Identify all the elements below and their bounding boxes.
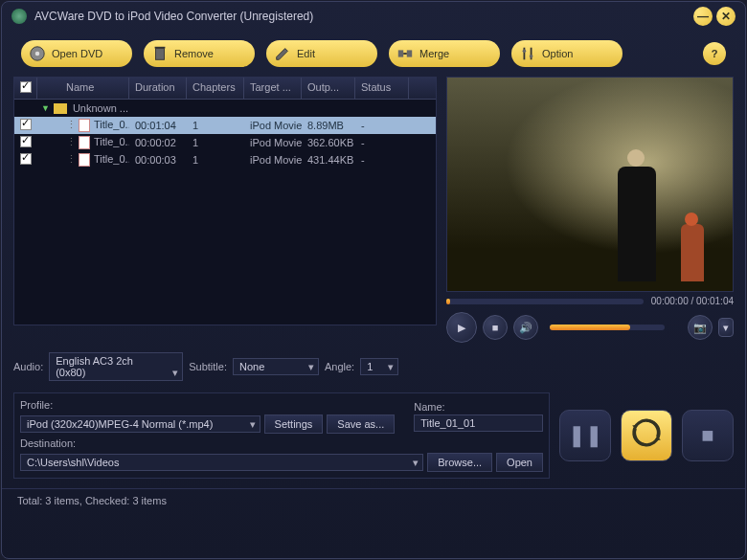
- row-chapters: 1: [187, 152, 244, 168]
- seek-slider[interactable]: [446, 299, 644, 304]
- row-status: -: [355, 118, 409, 133]
- profile-dropdown[interactable]: iPod (320x240)MPEG-4 Normal (*.mp4): [20, 415, 260, 433]
- window-title: AVCWare DVD to iPod Video Converter (Unr…: [34, 10, 690, 23]
- settings-button[interactable]: Settings: [264, 414, 324, 434]
- browse-button[interactable]: Browse...: [427, 453, 492, 472]
- edit-icon: [274, 45, 291, 62]
- audio-dropdown[interactable]: English AC3 2ch (0x80): [49, 352, 183, 381]
- row-output: 362.60KB: [302, 135, 355, 150]
- time-display: 00:00:00 / 00:01:04: [651, 296, 734, 306]
- audio-label: Audio:: [13, 361, 43, 372]
- group-label: Unknown ...: [73, 102, 128, 114]
- row-output: 431.44KB: [302, 152, 355, 168]
- app-logo: [11, 9, 27, 24]
- header-status[interactable]: Status: [355, 78, 409, 99]
- merge-label: Merge: [419, 48, 449, 59]
- saveas-button[interactable]: Save as...: [327, 414, 395, 434]
- svg-point-9: [530, 55, 533, 58]
- pause-button[interactable]: ❚❚: [559, 410, 611, 461]
- row-duration: 00:00:03: [129, 152, 187, 168]
- open-dvd-label: Open DVD: [52, 48, 102, 59]
- row-chapters: 1: [187, 135, 244, 150]
- file-list-panel: Name Duration Chapters Target ... Outp..…: [13, 77, 437, 325]
- file-icon: [79, 153, 90, 167]
- destination-label: Destination:: [20, 437, 543, 449]
- file-icon: [79, 119, 90, 132]
- merge-icon: [396, 45, 414, 62]
- remove-button[interactable]: Remove: [144, 40, 255, 67]
- status-bar: Total: 3 items, Checked: 3 items: [2, 488, 745, 512]
- edit-label: Edit: [297, 48, 315, 59]
- help-button[interactable]: ?: [703, 42, 726, 65]
- edit-button[interactable]: Edit: [266, 40, 377, 67]
- destination-dropdown[interactable]: C:\Users\shl\Videos: [20, 454, 423, 471]
- header-name[interactable]: Name: [37, 78, 129, 99]
- merge-button[interactable]: Merge: [389, 40, 500, 67]
- list-header: Name Duration Chapters Target ... Outp..…: [14, 78, 436, 100]
- header-output[interactable]: Outp...: [302, 78, 355, 99]
- row-target: iPod Movie: [244, 152, 302, 168]
- volume-slider[interactable]: [550, 325, 665, 330]
- collapse-icon: ▼: [41, 103, 50, 113]
- row-status: -: [355, 152, 409, 168]
- row-target: iPod Movie: [244, 135, 302, 150]
- svg-rect-3: [155, 47, 166, 49]
- play-button[interactable]: ▶: [446, 312, 477, 343]
- tools-icon: [519, 45, 536, 62]
- header-chapters[interactable]: Chapters: [187, 78, 244, 99]
- snapshot-button[interactable]: 📷: [688, 315, 713, 340]
- header-target[interactable]: Target ...: [244, 78, 302, 99]
- svg-rect-5: [407, 50, 412, 56]
- row-duration: 00:00:02: [129, 135, 187, 150]
- video-preview: [446, 77, 734, 292]
- row-checkbox[interactable]: [20, 119, 32, 130]
- file-icon: [79, 136, 90, 149]
- row-name: Title_0...: [94, 153, 129, 165]
- subtitle-dropdown[interactable]: None: [233, 358, 319, 375]
- open-folder-button[interactable]: Open: [496, 453, 543, 472]
- group-row[interactable]: ▼Unknown ...: [14, 100, 436, 117]
- link-icon: ⋮: [66, 119, 77, 130]
- row-checkbox[interactable]: [20, 153, 32, 165]
- remove-icon: [151, 45, 169, 62]
- camera-icon: 📷: [693, 322, 707, 334]
- speaker-icon: 🔊: [519, 322, 532, 334]
- stop-convert-button[interactable]: ■: [682, 410, 734, 461]
- stop-button[interactable]: ■: [483, 315, 508, 340]
- row-status: -: [355, 135, 409, 150]
- open-dvd-button[interactable]: Open DVD: [21, 40, 132, 67]
- row-target: iPod Movie: [244, 118, 302, 133]
- row-duration: 00:01:04: [129, 118, 187, 133]
- convert-icon: [630, 416, 663, 456]
- name-label: Name:: [414, 401, 543, 413]
- angle-dropdown[interactable]: 1: [360, 358, 398, 375]
- subtitle-label: Subtitle:: [189, 361, 227, 372]
- header-duration[interactable]: Duration: [129, 78, 187, 99]
- link-icon: ⋮: [66, 153, 77, 165]
- option-button[interactable]: Option: [511, 40, 622, 67]
- snapshot-dropdown[interactable]: ▾: [718, 318, 734, 337]
- row-name: Title_0...: [94, 119, 129, 130]
- row-output: 8.89MB: [302, 118, 355, 133]
- volume-button[interactable]: 🔊: [513, 315, 538, 340]
- table-row[interactable]: ⋮Title_0...00:00:031iPod Movie431.44KB-: [14, 151, 436, 168]
- table-row[interactable]: ⋮Title_0...00:01:041iPod Movie8.89MB-: [14, 117, 436, 134]
- svg-rect-4: [398, 50, 403, 56]
- svg-rect-2: [156, 49, 165, 60]
- name-field[interactable]: Title_01_01: [414, 414, 543, 432]
- close-button[interactable]: ✕: [716, 7, 736, 26]
- option-label: Option: [542, 48, 573, 59]
- angle-label: Angle:: [325, 361, 354, 372]
- table-row[interactable]: ⋮Title_0...00:00:021iPod Movie362.60KB-: [14, 134, 436, 151]
- remove-label: Remove: [174, 48, 214, 59]
- row-checkbox[interactable]: [20, 136, 32, 147]
- svg-point-8: [523, 50, 527, 54]
- minimize-button[interactable]: —: [693, 7, 713, 26]
- disc-icon: [29, 45, 46, 62]
- row-chapters: 1: [187, 118, 244, 133]
- folder-icon: [54, 103, 67, 114]
- header-checkbox[interactable]: [14, 78, 37, 99]
- convert-button[interactable]: [621, 410, 672, 461]
- link-icon: ⋮: [66, 136, 77, 147]
- row-name: Title_0...: [94, 136, 129, 147]
